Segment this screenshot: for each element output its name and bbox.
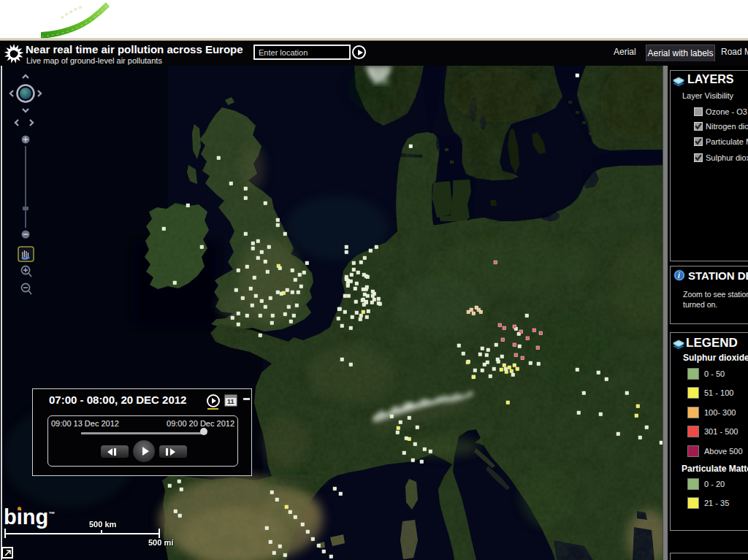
svg-text:i: i: [678, 272, 680, 280]
svg-text:11: 11: [227, 398, 234, 405]
